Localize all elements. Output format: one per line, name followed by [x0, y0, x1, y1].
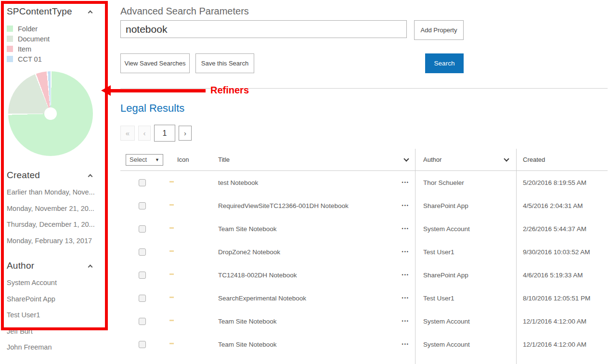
search-row: Add Property: [120, 20, 464, 40]
row-author-cell: SharePoint App: [415, 263, 516, 286]
result-title-link[interactable]: TC12418-002DH Notebook: [218, 272, 297, 279]
add-property-button[interactable]: Add Property: [414, 20, 464, 40]
result-created: 12/1/2016 4:12:00 AM: [523, 341, 586, 348]
result-title-link[interactable]: test Notebook: [218, 179, 258, 186]
result-created: 4/6/2016 5:19:33 AM: [523, 272, 583, 279]
row-title-cell: Team Site Notebook •••: [214, 310, 415, 333]
legend-swatch: [7, 26, 13, 32]
table-row: Team Site Notebook ••• System Account 12…: [120, 333, 608, 356]
author-refiner-item[interactable]: John Freeman: [7, 339, 112, 356]
page: SPContentType Folder Document: [0, 0, 610, 364]
author-header: Author: [7, 260, 96, 271]
row-select-cell: [120, 341, 164, 348]
created-refiner-item[interactable]: Thursday, December 1, 20...: [7, 217, 112, 233]
row-author-cell: System Account: [415, 333, 516, 356]
select-header-cell: Select ▼: [120, 154, 164, 166]
row-created-cell: 9/30/2016 10:03:52 AM: [516, 240, 608, 263]
result-title-link[interactable]: SearchExperimental Notebook: [218, 295, 306, 302]
row-checkbox[interactable]: [139, 272, 146, 279]
more-options-button[interactable]: •••: [402, 342, 409, 347]
row-title-cell: test Notebook •••: [214, 171, 415, 194]
author-refiner-item[interactable]: SharePoint App: [7, 291, 112, 308]
collapse-chevron-icon[interactable]: [88, 264, 93, 269]
more-options-button[interactable]: •••: [402, 319, 409, 324]
title-column-header: Title: [214, 149, 415, 170]
author-sort-chevron-icon[interactable]: [504, 156, 509, 161]
result-author: Test User1: [423, 295, 454, 302]
more-options-button[interactable]: •••: [402, 273, 409, 277]
result-author: Thor Schueler: [423, 179, 464, 186]
row-title-cell: RequiredViewSiteTC12366-001DH Notebook •…: [214, 194, 415, 217]
row-author-cell: Test User1: [415, 240, 516, 263]
result-author: System Account: [423, 225, 470, 233]
legend-label: Document: [18, 35, 50, 43]
more-options-button[interactable]: •••: [402, 249, 409, 254]
row-created-cell: 2/26/2016 5:44:37 AM: [516, 217, 608, 240]
content-type-header: SPContentType: [7, 6, 96, 17]
donut-hole: [44, 107, 57, 120]
row-created-cell: 5/20/2016 8:19:55 AM: [516, 171, 608, 194]
row-author-cell: System Account: [415, 356, 516, 364]
more-options-button[interactable]: •••: [402, 203, 409, 208]
row-checkbox[interactable]: [139, 341, 146, 348]
legend-item: Folder: [7, 24, 112, 34]
more-options-button[interactable]: •••: [402, 180, 409, 185]
content-type-refiner: SPContentType Folder Document: [7, 6, 112, 156]
content-type-chart-wrap: [8, 71, 93, 156]
row-title-cell: Team Site Notebook •••: [214, 333, 415, 356]
search-query-input[interactable]: [120, 20, 407, 38]
pagination-prev-button[interactable]: ‹: [138, 126, 151, 141]
author-refiner: Author System Account SharePoint App Tes…: [7, 260, 112, 356]
row-author-cell: Thor Schueler: [415, 171, 516, 194]
pagination-current-page[interactable]: 1: [154, 125, 175, 142]
row-checkbox[interactable]: [139, 248, 146, 256]
legend-swatch: [7, 46, 13, 52]
content-type-legend: Folder Document Item CCT 01: [7, 24, 112, 64]
row-checkbox[interactable]: [139, 225, 146, 233]
row-checkbox[interactable]: [139, 202, 146, 209]
row-created-cell: 12/1/2016 4:12:00 AM: [516, 356, 608, 364]
search-button[interactable]: Search: [425, 53, 464, 73]
result-title-link[interactable]: Team Site Notebook: [218, 225, 277, 233]
refiners-arrow-line: [110, 89, 206, 92]
created-refiner-item[interactable]: Earlier than Monday, Nove...: [7, 184, 112, 201]
section-divider: [120, 88, 608, 89]
author-column-header: Author: [415, 149, 516, 170]
created-refiner-item[interactable]: Monday, November 21, 20...: [7, 201, 112, 217]
result-title-link[interactable]: RequiredViewSiteTC12366-001DH Notebook: [218, 202, 349, 209]
row-select-cell: [120, 179, 164, 186]
legend-item: Item: [7, 44, 112, 54]
more-options-button[interactable]: •••: [402, 226, 409, 231]
title-sort-chevron-icon[interactable]: [403, 156, 409, 161]
collapse-chevron-icon[interactable]: [88, 10, 93, 15]
pagination-next-button[interactable]: ›: [179, 126, 192, 141]
created-items: Earlier than Monday, Nove... Monday, Nov…: [7, 184, 112, 249]
pagination-first-button[interactable]: «: [120, 126, 135, 141]
result-author: Test User1: [423, 248, 454, 256]
result-author: System Account: [423, 341, 470, 348]
refiners-annotation-label: Refiners: [210, 85, 249, 96]
legend-label: Folder: [18, 25, 38, 33]
author-refiner-item[interactable]: System Account: [7, 275, 112, 291]
result-title-link[interactable]: Team Site Notebook: [218, 318, 277, 325]
result-created: 4/5/2016 2:04:31 AM: [523, 202, 583, 209]
row-checkbox[interactable]: [139, 295, 146, 302]
legend-item: CCT 01: [7, 54, 112, 64]
collapse-chevron-icon[interactable]: [88, 174, 93, 179]
save-this-search-button[interactable]: Save this Search: [195, 53, 254, 73]
legend-label: CCT 01: [18, 55, 42, 63]
table-row: SearchExperimental Notebook ••• Test Use…: [120, 286, 608, 310]
row-checkbox[interactable]: [139, 179, 146, 186]
view-saved-searches-button[interactable]: View Saved Searches: [120, 53, 190, 73]
row-checkbox[interactable]: [139, 318, 146, 325]
result-title-link[interactable]: DropZone2 Notebook: [218, 248, 280, 256]
search-buttons-row: View Saved Searches Save this Search Sea…: [120, 53, 464, 73]
author-refiner-item[interactable]: Jeff Burt: [7, 324, 112, 340]
created-refiner-item[interactable]: Monday, February 13, 2017: [7, 233, 112, 249]
pagination: « ‹ 1 ›: [120, 125, 608, 142]
result-title-link[interactable]: Team Site Notebook: [218, 341, 277, 348]
table-row: DropZone2 Notebook ••• Test User1 9/30/2…: [120, 240, 608, 263]
select-dropdown[interactable]: Select ▼: [126, 154, 163, 166]
author-refiner-item[interactable]: Test User1: [7, 307, 112, 324]
more-options-button[interactable]: •••: [402, 296, 409, 300]
